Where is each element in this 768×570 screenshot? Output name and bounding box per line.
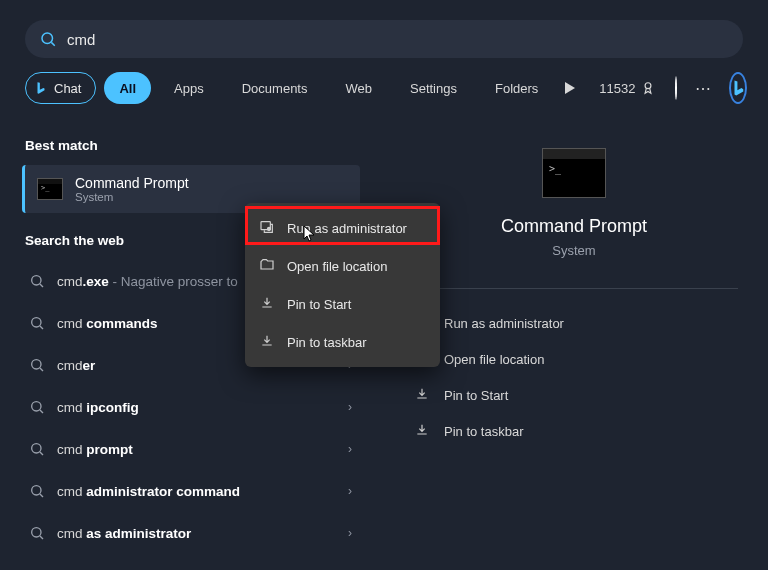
folder-icon [259,257,275,276]
action-label: Run as administrator [444,316,564,331]
pin-icon [259,295,275,314]
context-menu: Run as administratorOpen file locationPi… [245,203,440,367]
command-prompt-icon [37,178,63,200]
web-result-text: cmd prompt [57,442,336,457]
best-match-title: Command Prompt [75,175,189,191]
rewards-icon [641,81,655,95]
bing-icon [34,81,48,95]
preview-subtitle: System [410,243,738,258]
web-result-text: cmd as administrator [57,526,336,541]
pin-icon [259,333,275,352]
preview-action[interactable]: Run as administrator [410,305,738,341]
svg-point-9 [32,402,41,411]
search-icon [29,315,45,331]
preview-action[interactable]: Open file location [410,341,738,377]
svg-line-12 [40,452,43,455]
filter-folders[interactable]: Folders [480,72,553,104]
action-label: Pin to taskbar [444,424,524,439]
divider [410,288,738,289]
more-button[interactable]: ⋯ [695,79,711,98]
filter-settings[interactable]: Settings [395,72,472,104]
web-result-item[interactable]: cmd prompt› [25,428,360,470]
svg-point-2 [646,83,652,89]
web-result-text: cmd ipconfig [57,400,336,415]
filter-row: Chat All Apps Documents Web Settings Fol… [25,72,743,104]
pin-icon [414,422,430,441]
web-result-item[interactable]: cmd administrator command› [25,470,360,512]
svg-point-0 [42,33,53,44]
play-icon [565,82,575,94]
search-icon [29,441,45,457]
points-value: 11532 [599,81,635,96]
context-menu-item[interactable]: Run as administrator [245,209,440,247]
web-result-item[interactable]: cmd as administrator› [25,512,360,554]
context-menu-label: Open file location [287,259,387,274]
svg-line-16 [40,536,43,539]
bing-icon [731,79,745,97]
context-menu-item[interactable]: Open file location [245,247,440,285]
search-input-value: cmd [67,31,95,48]
svg-line-6 [40,326,43,329]
context-menu-item[interactable]: Pin to taskbar [245,323,440,361]
preview-thumbnail [542,148,606,198]
search-icon [29,399,45,415]
rewards-points[interactable]: 11532 [599,81,655,96]
search-icon [29,525,45,541]
filter-apps[interactable]: Apps [159,72,219,104]
filter-all[interactable]: All [104,72,151,104]
user-avatar[interactable] [675,76,677,100]
best-match-label: Best match [25,138,360,153]
search-icon [29,273,45,289]
chevron-right-icon: › [348,484,352,498]
search-icon [39,30,57,48]
chevron-right-icon: › [348,526,352,540]
search-bar[interactable]: cmd [25,20,743,58]
web-result-text: cmd administrator command [57,484,336,499]
filter-chat-label: Chat [54,81,81,96]
search-icon [29,483,45,499]
svg-point-3 [32,276,41,285]
search-icon [29,357,45,373]
bing-chat-button[interactable] [729,72,747,104]
filter-chat[interactable]: Chat [25,72,96,104]
svg-point-7 [32,360,41,369]
action-label: Pin to Start [444,388,508,403]
filter-web[interactable]: Web [330,72,387,104]
svg-line-4 [40,284,43,287]
filter-documents[interactable]: Documents [227,72,323,104]
preview-actions: Run as administratorOpen file locationPi… [410,305,738,449]
preview-action[interactable]: Pin to Start [410,377,738,413]
svg-line-8 [40,368,43,371]
filter-more-button[interactable] [565,74,575,102]
svg-point-13 [32,486,41,495]
svg-point-15 [32,528,41,537]
preview-title: Command Prompt [410,216,738,237]
svg-line-10 [40,410,43,413]
context-menu-label: Pin to taskbar [287,335,367,350]
svg-point-20 [267,227,270,230]
web-result-item[interactable]: cmd ipconfig› [25,386,360,428]
admin-shield-icon [259,219,275,238]
context-menu-item[interactable]: Pin to Start [245,285,440,323]
preview-action[interactable]: Pin to taskbar [410,413,738,449]
chevron-right-icon: › [348,400,352,414]
svg-line-1 [51,42,54,45]
best-match-subtitle: System [75,191,189,203]
context-menu-label: Run as administrator [287,221,407,236]
context-menu-label: Pin to Start [287,297,351,312]
chevron-right-icon: › [348,442,352,456]
svg-point-11 [32,444,41,453]
pin-icon [414,386,430,405]
svg-point-5 [32,318,41,327]
action-label: Open file location [444,352,544,367]
svg-line-14 [40,494,43,497]
